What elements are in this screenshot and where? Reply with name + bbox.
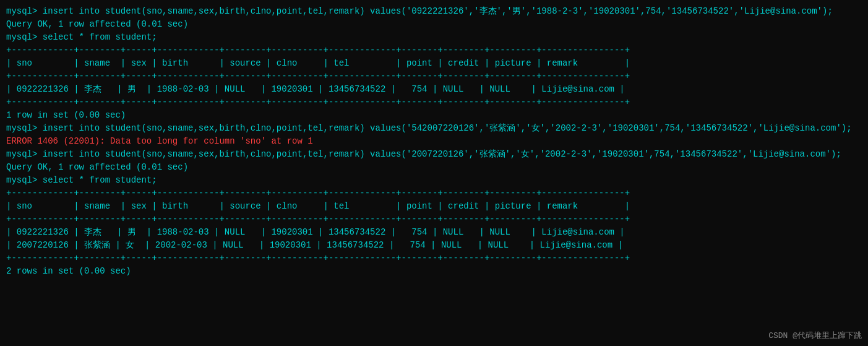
terminal-line: +------------+--------+-----+-----------… <box>6 44 862 57</box>
terminal-line: Query OK, 1 row affected (0.01 sec) <box>6 18 862 31</box>
terminal-line: 2 rows in set (0.00 sec) <box>6 265 862 278</box>
terminal-line: | 2007220126 | 张紫涵 | 女 | 2002-02-03 | NU… <box>6 239 862 252</box>
terminal-line: ERROR 1406 (22001): Data too long for co… <box>6 135 862 148</box>
watermark: CSDN @代码堆里上蹿下跳 <box>768 330 862 341</box>
terminal-line: | 0922221326 | 李杰 | 男 | 1988-02-03 | NUL… <box>6 226 862 239</box>
terminal-line: | 0922221326 | 李杰 | 男 | 1988-02-03 | NUL… <box>6 83 862 96</box>
terminal-line: mysql> select * from student; <box>6 31 862 44</box>
terminal-line: | sno | sname | sex | birth | source | c… <box>6 200 862 213</box>
terminal-content: mysql> insert into student(sno,sname,sex… <box>6 5 862 278</box>
terminal-line: | sno | sname | sex | birth | source | c… <box>6 57 862 70</box>
terminal-line: mysql> insert into student(sno,sname,sex… <box>6 5 862 18</box>
terminal-line: mysql> insert into student(sno,sname,sex… <box>6 148 862 161</box>
terminal-line: mysql> insert into student(sno,sname,sex… <box>6 122 862 135</box>
terminal-line: +------------+--------+-----+-----------… <box>6 252 862 265</box>
terminal-line: mysql> select * from student; <box>6 174 862 187</box>
terminal-window: mysql> insert into student(sno,sname,sex… <box>0 0 868 346</box>
terminal-line: +------------+--------+-----+-----------… <box>6 187 862 200</box>
terminal-line: +------------+--------+-----+-----------… <box>6 213 862 226</box>
terminal-line: +------------+--------+-----+-----------… <box>6 70 862 83</box>
terminal-line: Query OK, 1 row affected (0.01 sec) <box>6 161 862 174</box>
terminal-line: +------------+--------+-----+-----------… <box>6 96 862 109</box>
terminal-line: 1 row in set (0.00 sec) <box>6 109 862 122</box>
